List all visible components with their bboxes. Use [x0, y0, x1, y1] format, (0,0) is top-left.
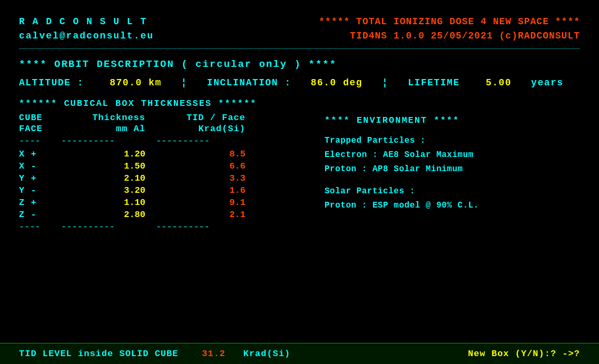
col1-sub: FACE — [19, 124, 61, 134]
env-section: **** ENVIRONMENT **** Trapped Particles … — [314, 99, 580, 237]
total-value: 31.2 — [202, 349, 225, 359]
lifetime-unit: years — [531, 77, 564, 88]
table-row: X - 1.50 6.6 — [19, 161, 314, 171]
col1-header: CUBE — [19, 113, 61, 123]
col3-header: TID / Face — [156, 113, 251, 123]
sep-bot-col3: ---------- — [156, 222, 251, 232]
altitude-value: 870.0 km — [110, 77, 161, 88]
tid-xm: 6.6 — [156, 161, 251, 171]
col2-sub: mm Al — [61, 124, 156, 134]
sep1: ¦ — [181, 77, 188, 88]
env-title: **** ENVIRONMENT **** — [325, 115, 580, 125]
table-row: Y - 3.20 1.6 — [19, 185, 314, 195]
table-header: CUBE Thickness TID / Face — [19, 113, 314, 123]
table-row: Z + 1.10 9.1 — [19, 198, 314, 208]
sep-bot-col1: ---- — [19, 222, 61, 232]
bottom-separator: ---- ---------- ---------- — [19, 222, 314, 232]
total-label: TID LEVEL inside SOLID CUBE — [19, 349, 178, 359]
total-display: TID LEVEL inside SOLID CUBE 31.2 Krad(Si… — [19, 349, 290, 359]
col2-header: Thickness — [61, 113, 156, 123]
new-box-prompt[interactable]: New Box (Y/N):? ->? — [468, 349, 580, 359]
sep-col1: ---- — [19, 136, 61, 146]
thick-xm: 1.50 — [61, 161, 156, 171]
thick-xp: 1.20 — [61, 149, 156, 159]
tid-xp: 8.5 — [156, 149, 251, 159]
sep2: ¦ — [382, 77, 388, 88]
bottom-bar: TID LEVEL inside SOLID CUBE 31.2 Krad(Si… — [0, 343, 599, 364]
proton-label: Proton : AP8 Solar Minimum — [325, 162, 580, 176]
main-content: ****** CUBICAL BOX THICKNESSES ****** CU… — [19, 99, 580, 237]
solar-proton-label: Proton : ESP model @ 90% C.L. — [325, 199, 580, 213]
header-divider — [19, 48, 580, 49]
main-screen: R A D C O N S U L T calvel@radconsult.eu… — [0, 0, 599, 364]
app-version: TID4NS 1.0.0 25/05/2021 (c)RADCONSULT — [319, 29, 580, 43]
table-row: X + 1.20 8.5 — [19, 149, 314, 159]
total-unit: Krad(Si) — [243, 349, 291, 359]
table-subheader: FACE mm Al Krad(Si) — [19, 124, 314, 134]
sep-col3: ---------- — [156, 136, 251, 146]
solar-label: Solar Particles : — [325, 184, 580, 199]
tid-zm: 2.1 — [156, 210, 251, 220]
company-email: calvel@radconsult.eu — [19, 29, 154, 43]
table-separator: ---- ---------- ---------- — [19, 136, 314, 146]
thick-ym: 3.20 — [61, 185, 156, 195]
header-right: ***** TOTAL IONIZING DOSE 4 NEW SPACE **… — [319, 15, 580, 43]
header-left: R A D C O N S U L T calvel@radconsult.eu — [19, 15, 154, 43]
electron-label: Electron : AE8 Solar Maximum — [325, 148, 580, 162]
tid-ym: 1.6 — [156, 185, 251, 195]
tid-yp: 3.3 — [156, 173, 251, 183]
face-ym: Y - — [19, 185, 61, 195]
thick-zm: 2.80 — [61, 210, 156, 220]
app-title: ***** TOTAL IONIZING DOSE 4 NEW SPACE **… — [319, 15, 580, 29]
table-row: Z - 2.80 2.1 — [19, 210, 314, 220]
orbit-title: **** ORBIT DESCRIPTION ( circular only )… — [19, 58, 580, 70]
tid-zp: 9.1 — [156, 198, 251, 208]
orbit-params: ALTITUDE : 870.0 km ¦ INCLINATION : 86.0… — [19, 77, 580, 88]
company-name: R A D C O N S U L T — [19, 15, 154, 29]
face-zp: Z + — [19, 198, 61, 208]
env-text: Trapped Particles : Electron : AE8 Solar… — [325, 134, 580, 213]
thick-yp: 2.10 — [61, 173, 156, 183]
altitude-label: ALTITUDE : — [19, 77, 84, 88]
table-section: ****** CUBICAL BOX THICKNESSES ****** CU… — [19, 99, 314, 237]
header: R A D C O N S U L T calvel@radconsult.eu… — [19, 15, 580, 43]
face-xm: X - — [19, 161, 61, 171]
col3-sub: Krad(Si) — [156, 124, 251, 134]
lifetime-label: LIFETIME — [408, 77, 459, 88]
sep-bot-col2: ---------- — [61, 222, 156, 232]
lifetime-value: 5.00 — [486, 77, 512, 88]
face-zm: Z - — [19, 210, 61, 220]
inclination-value: 86.0 deg — [311, 77, 362, 88]
table-title: ****** CUBICAL BOX THICKNESSES ****** — [19, 99, 314, 109]
inclination-label: INCLINATION : — [207, 77, 291, 88]
thick-zp: 1.10 — [61, 198, 156, 208]
sep-col2: ---------- — [61, 136, 156, 146]
face-yp: Y + — [19, 173, 61, 183]
table-row: Y + 2.10 3.3 — [19, 173, 314, 183]
trapped-label: Trapped Particles : — [325, 134, 580, 148]
face-xp: X + — [19, 149, 61, 159]
